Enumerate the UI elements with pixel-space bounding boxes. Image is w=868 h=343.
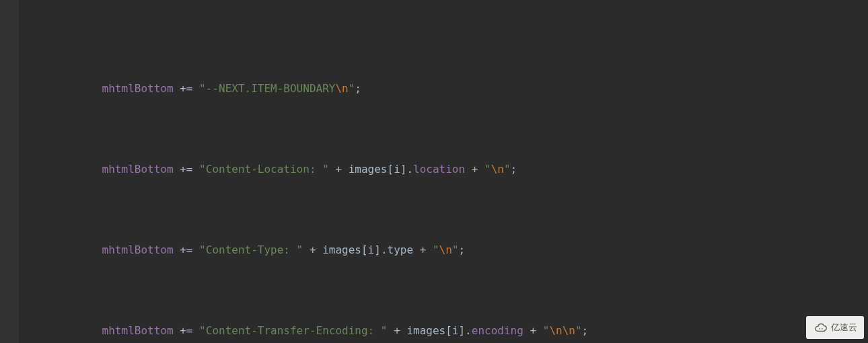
svg-point-0 bbox=[819, 328, 820, 330]
watermark-badge: 亿速云 bbox=[806, 316, 864, 339]
code-line: mhtmlBottom += "Content-Transfer-Encodin… bbox=[24, 323, 868, 339]
code-line: mhtmlBottom += "--NEXT.ITEM-BOUNDARY\n"; bbox=[24, 81, 868, 97]
svg-point-1 bbox=[821, 328, 822, 330]
cloud-icon bbox=[813, 320, 828, 335]
editor-gutter bbox=[0, 0, 19, 343]
code-editor[interactable]: mhtmlBottom += "--NEXT.ITEM-BOUNDARY\n";… bbox=[0, 0, 868, 343]
watermark-text: 亿速云 bbox=[831, 319, 857, 336]
code-line: mhtmlBottom += "Content-Location: " + im… bbox=[24, 161, 868, 178]
variable: mhtmlBottom bbox=[102, 82, 174, 95]
code-line: mhtmlBottom += "Content-Type: " + images… bbox=[24, 242, 868, 258]
